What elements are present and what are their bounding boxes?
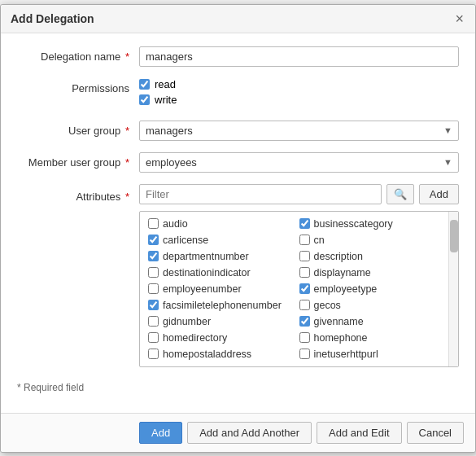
filter-search-button[interactable]: 🔍 bbox=[386, 184, 414, 204]
attr-departmentnumber-checkbox[interactable] bbox=[148, 251, 159, 261]
attr-displayname-checkbox[interactable] bbox=[299, 267, 310, 278]
member-user-group-control: employees contractors managers ▼ bbox=[139, 152, 459, 173]
delegation-name-label: Delegation name * bbox=[17, 46, 139, 63]
scrollbar-track bbox=[448, 212, 458, 366]
member-user-group-row: Member user group * employees contractor… bbox=[17, 152, 459, 173]
attr-description-checkbox[interactable] bbox=[299, 251, 310, 261]
attr-businesscategory-checkbox[interactable] bbox=[299, 218, 310, 229]
permission-read-label: read bbox=[155, 78, 176, 90]
required-star-ug: * bbox=[125, 125, 129, 137]
attributes-label: Attributes * bbox=[17, 184, 139, 203]
attributes-list-container: audio businesscategory carlicense cn bbox=[139, 211, 459, 367]
member-user-group-select[interactable]: employees contractors managers bbox=[139, 152, 459, 173]
permission-write-label: write bbox=[155, 94, 177, 106]
attr-businesscategory: businesscategory bbox=[295, 217, 446, 231]
user-group-label: User group * bbox=[17, 121, 139, 137]
attr-givenname: givenname bbox=[295, 314, 446, 329]
attr-homephone: homephone bbox=[295, 331, 446, 345]
attr-carlicense-checkbox[interactable] bbox=[148, 235, 159, 245]
attr-givenname-checkbox[interactable] bbox=[299, 316, 310, 327]
permissions-row: Permissions read write bbox=[17, 78, 459, 109]
delegation-name-row: Delegation name * bbox=[17, 46, 459, 67]
attr-gidnumber: gidnumber bbox=[143, 314, 295, 329]
member-user-group-select-wrap: employees contractors managers ▼ bbox=[139, 152, 459, 173]
delegation-name-control bbox=[139, 46, 459, 67]
attr-destinationindicator-checkbox[interactable] bbox=[148, 267, 159, 278]
permission-read-row: read bbox=[139, 78, 459, 90]
attr-homepostaladdress-checkbox[interactable] bbox=[148, 349, 159, 359]
attr-gecos-checkbox[interactable] bbox=[299, 300, 310, 310]
attr-employeetype: employeetype bbox=[295, 282, 446, 296]
filter-input[interactable] bbox=[139, 184, 382, 204]
attr-homedirectory: homedirectory bbox=[143, 331, 295, 345]
attr-audio: audio bbox=[143, 217, 295, 231]
attr-audio-checkbox[interactable] bbox=[148, 218, 159, 229]
user-group-select-wrap: managers admins users ▼ bbox=[139, 121, 459, 141]
dialog-footer: Add Add and Add Another Add and Edit Can… bbox=[1, 413, 475, 452]
member-user-group-label: Member user group * bbox=[17, 152, 139, 169]
required-star: * bbox=[125, 50, 129, 63]
attr-cn: cn bbox=[295, 233, 446, 248]
add-attribute-button[interactable]: Add bbox=[419, 184, 459, 204]
scrollbar-thumb[interactable] bbox=[450, 220, 458, 252]
attr-homephone-checkbox[interactable] bbox=[299, 332, 310, 343]
attr-cn-checkbox[interactable] bbox=[299, 235, 310, 245]
attr-employeetype-checkbox[interactable] bbox=[299, 283, 310, 294]
user-group-control: managers admins users ▼ bbox=[139, 121, 459, 141]
delegation-name-input[interactable] bbox=[139, 46, 459, 67]
add-button[interactable]: Add bbox=[139, 422, 182, 444]
attr-displayname: displayname bbox=[295, 265, 446, 280]
attr-gidnumber-checkbox[interactable] bbox=[148, 316, 159, 327]
filter-row: 🔍 Add bbox=[139, 184, 459, 204]
add-and-edit-button[interactable]: Add and Edit bbox=[317, 422, 401, 444]
attr-gecos: gecos bbox=[295, 298, 446, 313]
attr-destinationindicator: destinationindicator bbox=[143, 265, 295, 280]
permission-read-checkbox[interactable] bbox=[139, 79, 150, 90]
add-delegation-dialog: Add Delegation × Delegation name * Permi… bbox=[0, 4, 476, 453]
attr-carlicense: carlicense bbox=[143, 233, 295, 248]
permission-write-checkbox[interactable] bbox=[139, 94, 150, 105]
attr-inetuserhttpurl-checkbox[interactable] bbox=[299, 349, 310, 359]
attributes-list: audio businesscategory carlicense cn bbox=[140, 212, 448, 366]
required-star-attr: * bbox=[125, 191, 129, 203]
close-button[interactable]: × bbox=[453, 11, 465, 26]
cancel-button[interactable]: Cancel bbox=[407, 422, 464, 444]
attr-employeenumber: employeenumber bbox=[143, 282, 295, 296]
add-and-add-another-button[interactable]: Add and Add Another bbox=[187, 422, 312, 444]
dialog-body: Delegation name * Permissions read write bbox=[1, 33, 475, 413]
attributes-control: 🔍 Add audio businesscategory bbox=[139, 184, 459, 367]
attr-facsimiletelephonenumber: facsimiletelephonenumber bbox=[143, 298, 295, 313]
user-group-select[interactable]: managers admins users bbox=[139, 121, 459, 141]
user-group-row: User group * managers admins users ▼ bbox=[17, 121, 459, 141]
dialog-header: Add Delegation × bbox=[1, 5, 475, 33]
required-star-mug: * bbox=[125, 156, 129, 169]
attributes-grid: audio businesscategory carlicense cn bbox=[143, 217, 445, 362]
required-note: * Required field bbox=[17, 379, 459, 400]
attributes-row: Attributes * 🔍 Add audio bbox=[17, 184, 459, 367]
attr-inetuserhttpurl: inetuserhttpurl bbox=[295, 347, 446, 362]
permissions-control: read write bbox=[139, 78, 459, 109]
attr-homedirectory-checkbox[interactable] bbox=[148, 332, 159, 343]
attr-facsimiletelephonenumber-checkbox[interactable] bbox=[148, 300, 159, 310]
dialog-title: Add Delegation bbox=[11, 12, 94, 25]
permissions-label: Permissions bbox=[17, 78, 139, 94]
attr-homepostaladdress: homepostaladdress bbox=[143, 347, 295, 362]
permission-write-row: write bbox=[139, 94, 459, 106]
attr-employeenumber-checkbox[interactable] bbox=[148, 283, 159, 294]
attr-departmentnumber: departmentnumber bbox=[143, 249, 295, 264]
attr-description: description bbox=[295, 249, 446, 264]
